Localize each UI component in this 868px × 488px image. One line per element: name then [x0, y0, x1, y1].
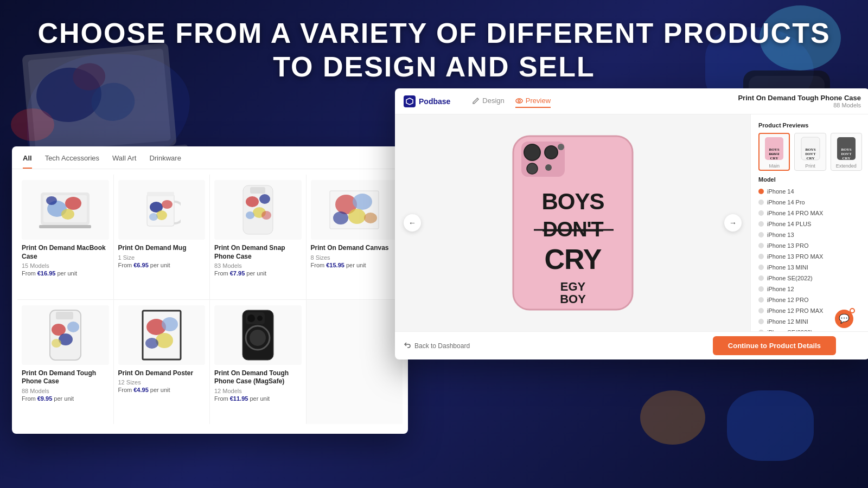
model-dot-active [758, 189, 764, 194]
product-mug[interactable]: Print On Demand Mug 1 Size From €6.95 pe… [114, 175, 210, 300]
svg-text:CRY: CRY [770, 156, 778, 160]
tab-design[interactable]: Design [472, 94, 504, 108]
product-macbook-thumb [22, 180, 109, 240]
next-button[interactable]: → [724, 214, 742, 232]
svg-point-47 [145, 338, 158, 349]
model-iphone14[interactable]: iPhone 14 [758, 187, 862, 196]
svg-point-35 [333, 211, 348, 224]
product-canvas-thumb [311, 180, 399, 240]
editor-canvas: ← BOYS DON'T [395, 114, 750, 331]
page-headline: CHOOSE FROM A VARIETY OF DIFFERENT PRODU… [0, 16, 868, 84]
svg-text:BOYS: BOYS [805, 147, 815, 152]
tab-tech[interactable]: Tech Accessories [45, 154, 99, 169]
svg-point-64 [558, 144, 564, 150]
model-title: Model [758, 176, 862, 183]
tab-wall[interactable]: Wall Art [112, 154, 136, 169]
svg-point-56 [518, 100, 520, 102]
catalog-tabs: All Tech Accessories Wall Art Drinkware [12, 146, 408, 169]
editor-product-title: Print On Demand Tough Phone Case [738, 94, 861, 102]
product-tough[interactable]: Print On Demand Tough Phone Case 88 Mode… [17, 300, 114, 425]
product-canvas-name: Print On Demand Canvas [311, 244, 399, 253]
product-magsafe-meta: 12 Models [214, 388, 302, 394]
preview-extended-thumb: BOYS DON'T CRY [835, 136, 857, 162]
chat-bubble-button[interactable]: 💬 [835, 310, 853, 328]
model-iphonese2022[interactable]: iPhone SE(2022) [758, 274, 862, 282]
svg-text:CRY: CRY [806, 156, 814, 160]
bg-decor-7 [727, 390, 814, 461]
product-tough-meta: 88 Models [22, 388, 109, 394]
model-iphone13mini[interactable]: iPhone 13 MINI [758, 263, 862, 272]
product-magsafe-thumb [214, 305, 302, 365]
eye-icon [515, 97, 523, 105]
product-poster-name: Print On Demand Poster [118, 369, 206, 378]
catalog-panel: All Tech Accessories Wall Art Drinkware … [12, 146, 408, 434]
svg-point-28 [246, 211, 254, 219]
svg-text:CRY: CRY [842, 156, 850, 160]
product-tough-thumb [22, 305, 109, 365]
svg-rect-30 [250, 187, 265, 194]
svg-text:DON'T: DON'T [805, 152, 815, 156]
prev-button[interactable]: ← [404, 214, 421, 232]
model-iphone12pro[interactable]: iPhone 12 PRO [758, 296, 862, 304]
tab-preview[interactable]: Preview [515, 94, 551, 108]
preview-extended[interactable]: BOYS DON'T CRY Extended [831, 133, 862, 171]
svg-point-60 [524, 144, 540, 160]
editor-panel: Podbase Design Preview Print On Demand T… [395, 88, 868, 359]
svg-text:BOY: BOY [560, 292, 586, 306]
model-iphone14pro[interactable]: iPhone 14 Pro [758, 198, 862, 207]
product-magsafe[interactable]: Print On Demand Tough Phone Case (MagSaf… [210, 300, 307, 425]
editor-logo: Podbase [404, 95, 450, 107]
svg-point-61 [545, 146, 558, 159]
tab-all[interactable]: All [23, 154, 32, 169]
product-macbook-name: Print On Demand MacBook Case [22, 244, 109, 261]
editor-tabs: Design Preview [472, 94, 551, 108]
svg-point-15 [61, 209, 74, 220]
headline-line1: CHOOSE FROM A VARIETY OF DIFFERENT PRODU… [37, 17, 830, 49]
model-iphone12[interactable]: iPhone 12 [758, 285, 862, 293]
model-iphone14promax[interactable]: iPhone 14 PRO MAX [758, 209, 862, 217]
svg-point-53 [257, 316, 263, 321]
svg-point-29 [261, 211, 271, 220]
preview-print[interactable]: BOYS DON'T CRY Print [794, 133, 826, 171]
previews-row: BOYS DON'T CRY Main BOYS DON'T CRY Print [758, 133, 862, 171]
model-iphone13promax[interactable]: iPhone 13 PRO MAX [758, 252, 862, 261]
product-magsafe-price: From €11.95 per unit [214, 395, 302, 402]
product-tough-price: From €9.95 per unit [22, 395, 109, 402]
model-iphone13[interactable]: iPhone 13 [758, 230, 862, 239]
editor-product-info: Print On Demand Tough Phone Case 88 Mode… [738, 94, 861, 108]
svg-point-46 [156, 333, 173, 348]
product-canvas[interactable]: Print On Demand Canvas 8 Sizes From €15.… [307, 175, 403, 300]
link-icon [404, 342, 411, 350]
product-mug-thumb [118, 180, 206, 240]
svg-point-39 [67, 322, 79, 332]
editor-sidebar: Product Previews BOYS DON'T CRY Main [750, 114, 868, 331]
product-macbook[interactable]: Print On Demand MacBook Case 15 Models F… [17, 175, 114, 300]
svg-point-25 [246, 196, 259, 207]
tab-drink[interactable]: Drinkware [149, 154, 181, 169]
continue-button[interactable]: Continue to Product Details [713, 336, 836, 355]
product-snap[interactable]: Print On Demand Snap Phone Case 83 Model… [210, 175, 307, 300]
preview-main[interactable]: BOYS DON'T CRY Main [758, 133, 790, 171]
svg-text:DON'T: DON'T [841, 152, 851, 156]
product-snap-thumb [214, 180, 302, 240]
product-mug-name: Print On Demand Mug [118, 244, 206, 253]
previews-title: Product Previews [758, 122, 862, 129]
product-macbook-meta: 15 Models [22, 262, 109, 269]
product-mug-price: From €6.95 per unit [118, 262, 206, 268]
preview-main-label: Main [769, 163, 780, 169]
preview-extended-label: Extended [836, 163, 857, 169]
bg-decor-6 [640, 390, 705, 445]
podbase-logo-text: Podbase [419, 97, 450, 106]
product-mug-meta: 1 Size [118, 254, 206, 261]
preview-main-thumb: BOYS DON'T CRY [763, 136, 785, 162]
svg-point-41 [52, 339, 61, 348]
product-tough-name: Print On Demand Tough Phone Case [22, 369, 109, 386]
preview-print-thumb: BOYS DON'T CRY [800, 136, 821, 162]
product-poster[interactable]: Print On Demand Poster 12 Sizes From €4.… [114, 300, 210, 425]
back-to-dashboard-button[interactable]: Back to Dashboard [404, 342, 470, 350]
model-iphone13pro[interactable]: iPhone 13 PRO [758, 241, 862, 250]
product-canvas-meta: 8 Sizes [311, 254, 399, 261]
svg-point-62 [527, 163, 538, 174]
svg-point-21 [156, 210, 167, 220]
model-iphone14plus[interactable]: iPhone 14 PLUS [758, 220, 862, 228]
